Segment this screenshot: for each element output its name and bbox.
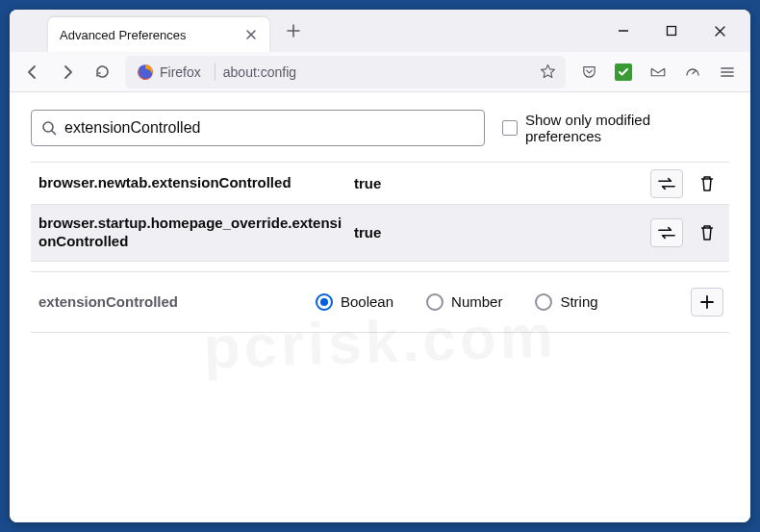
type-string-radio[interactable]: String xyxy=(535,293,597,311)
pref-list: browser.newtab.extensionControlled true … xyxy=(31,162,729,262)
pocket-button[interactable] xyxy=(573,57,604,88)
delete-button[interactable] xyxy=(691,218,723,247)
delete-button[interactable] xyxy=(691,169,723,198)
pref-value: true xyxy=(354,224,643,241)
maximize-button[interactable] xyxy=(654,16,689,45)
pocket-icon xyxy=(581,63,597,80)
arrow-right-icon xyxy=(59,63,76,81)
radio-label: Boolean xyxy=(341,293,393,310)
show-modified-checkbox-row[interactable]: Show only modified preferences xyxy=(502,112,729,144)
plus-icon xyxy=(700,295,714,309)
titlebar: Advanced Preferences xyxy=(10,10,750,52)
back-button[interactable] xyxy=(17,57,48,88)
window-controls xyxy=(598,10,745,52)
minimize-icon xyxy=(618,25,629,37)
mail-button[interactable] xyxy=(643,57,673,88)
radio-label: String xyxy=(560,293,597,310)
maximize-icon xyxy=(666,25,677,37)
url-separator xyxy=(215,63,215,81)
new-pref-row: extensionControlled Boolean Number Strin… xyxy=(31,272,729,333)
show-modified-checkbox[interactable] xyxy=(502,120,518,136)
tab-title: Advanced Preferences xyxy=(60,28,235,42)
new-pref-name: extensionControlled xyxy=(38,293,308,310)
minimize-button[interactable] xyxy=(606,16,641,45)
reload-button[interactable] xyxy=(87,57,117,88)
pref-actions xyxy=(650,169,723,198)
pref-actions xyxy=(650,218,723,247)
close-window-button[interactable] xyxy=(702,16,737,45)
toggle-icon xyxy=(658,226,675,240)
reload-icon xyxy=(94,63,111,80)
hamburger-icon xyxy=(720,64,735,80)
toggle-icon xyxy=(658,177,675,190)
star-icon xyxy=(540,63,556,80)
url-bar[interactable]: Firefox about:config xyxy=(125,56,566,89)
extension-button[interactable] xyxy=(608,57,639,88)
toggle-button[interactable] xyxy=(650,218,683,247)
bookmark-button[interactable] xyxy=(535,60,560,85)
new-tab-button[interactable] xyxy=(279,16,308,45)
pref-row[interactable]: browser.startup.homepage_override.extens… xyxy=(31,205,729,262)
trash-icon xyxy=(699,224,715,241)
search-row: Show only modified preferences xyxy=(10,92,750,156)
type-boolean-radio[interactable]: Boolean xyxy=(316,293,393,311)
show-modified-label: Show only modified preferences xyxy=(525,112,729,144)
pref-name: browser.newtab.extensionControlled xyxy=(38,170,346,196)
radio-label: Number xyxy=(451,293,502,310)
trash-icon xyxy=(699,175,715,192)
add-pref-button[interactable] xyxy=(691,288,723,317)
url-text[interactable]: about:config xyxy=(223,64,529,80)
app-menu-button[interactable] xyxy=(712,57,743,88)
extension-icon xyxy=(615,63,632,81)
pref-row[interactable]: browser.newtab.extensionControlled true xyxy=(31,163,729,205)
arrow-left-icon xyxy=(24,63,41,81)
url-origin-chip: Firefox xyxy=(131,62,207,83)
mail-icon xyxy=(649,63,667,81)
radio-icon xyxy=(316,293,333,311)
search-input[interactable] xyxy=(64,119,474,137)
url-origin-label: Firefox xyxy=(160,64,201,80)
close-icon xyxy=(245,29,257,40)
nav-toolbar: Firefox about:config xyxy=(10,52,750,92)
svg-rect-0 xyxy=(668,27,676,36)
firefox-icon xyxy=(137,63,154,81)
radio-icon xyxy=(535,293,552,311)
type-radio-group: Boolean Number String xyxy=(316,293,683,311)
close-tab-button[interactable] xyxy=(242,26,260,43)
pref-value: true xyxy=(354,175,643,191)
search-icon xyxy=(41,120,57,136)
type-number-radio[interactable]: Number xyxy=(426,293,502,311)
pref-name: browser.startup.homepage_override.extens… xyxy=(38,211,346,255)
toggle-button[interactable] xyxy=(650,169,683,198)
plus-icon xyxy=(287,24,300,38)
search-box[interactable] xyxy=(31,110,485,146)
close-icon xyxy=(714,25,726,38)
forward-button[interactable] xyxy=(52,57,83,88)
radio-icon xyxy=(426,293,443,311)
browser-tab[interactable]: Advanced Preferences xyxy=(48,17,269,52)
browser-window: Advanced Preferences xyxy=(10,10,750,522)
account-button[interactable] xyxy=(677,57,708,88)
new-pref-section: extensionControlled Boolean Number Strin… xyxy=(31,271,729,333)
about-config-content: pcrisk.com Show only modified preference… xyxy=(10,92,750,522)
gauge-icon xyxy=(684,63,701,81)
